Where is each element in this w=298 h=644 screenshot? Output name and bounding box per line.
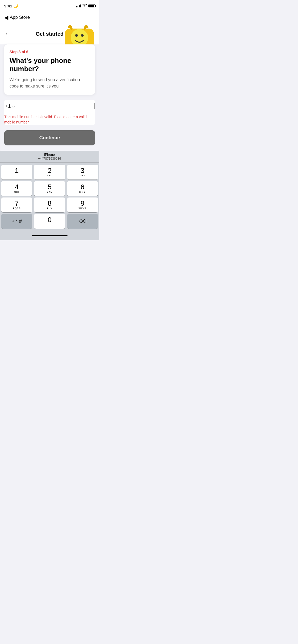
svg-point-3 <box>75 34 78 37</box>
page-title: Get started <box>36 31 64 37</box>
key-8[interactable]: 8 TUV <box>34 197 65 212</box>
back-label: App Store <box>10 15 30 20</box>
delete-icon: ⌫ <box>78 218 87 225</box>
key-4[interactable]: 4 GHI <box>1 181 32 196</box>
key-2[interactable]: 2 ABC <box>34 165 65 180</box>
suggestion-item[interactable]: iPhone +447871936536 <box>1 151 98 162</box>
phone-input-section: +1 ⌵ This mobile number is invalid. Plea… <box>4 100 95 125</box>
svg-point-4 <box>81 34 84 37</box>
key-9[interactable]: 9 WXYZ <box>67 197 98 212</box>
continue-button[interactable]: Continue <box>4 130 95 145</box>
signal-icon <box>76 4 81 7</box>
key-1[interactable]: 1 <box>1 165 32 180</box>
key-0[interactable]: 0 <box>34 214 65 229</box>
key-5[interactable]: 5 JKL <box>34 181 65 196</box>
suggestion-title: iPhone <box>44 153 55 157</box>
key-3[interactable]: 3 DEF <box>67 165 98 180</box>
card-description: We're going to send you a verification c… <box>10 77 90 89</box>
error-message: This mobile number is invalid. Please en… <box>4 114 95 125</box>
numpad: 1 2 ABC 3 DEF 4 GHI 5 JKL 6 <box>0 163 99 231</box>
key-row-3: 7 PQRS 8 TUV 9 WXYZ <box>1 197 98 212</box>
nav-bar: ◀ App Store <box>0 12 99 23</box>
phone-number-input[interactable] <box>17 103 94 109</box>
chevron-down-icon: ⌵ <box>12 104 15 108</box>
country-code-button[interactable]: +1 ⌵ <box>4 103 17 109</box>
moon-icon: 🌙 <box>13 3 18 8</box>
time-display: 9:41 <box>4 4 12 8</box>
phone-row: +1 ⌵ <box>4 100 95 112</box>
app-store-back-button[interactable]: ◀ App Store <box>4 14 30 21</box>
key-6[interactable]: 6 MNO <box>67 181 98 196</box>
header-area: ← Get started <box>0 23 99 44</box>
header-back-button[interactable]: ← <box>4 30 11 38</box>
status-icons <box>76 4 95 8</box>
status-bar: 9:41 🌙 <box>0 0 99 12</box>
home-bar <box>32 235 67 236</box>
country-code-label: +1 <box>5 103 11 109</box>
key-delete[interactable]: ⌫ <box>67 214 98 229</box>
key-7[interactable]: 7 PQRS <box>1 197 32 212</box>
key-special[interactable]: + * # <box>1 214 32 229</box>
step-label: Step 3 of 6 <box>10 50 90 54</box>
keyboard-area: iPhone +447871936536 1 2 ABC 3 DEF 4 <box>0 151 99 231</box>
back-icon: ← <box>4 30 11 37</box>
key-row-1: 1 2 ABC 3 DEF <box>1 165 98 180</box>
cursor <box>94 103 95 109</box>
key-row-4: + * # 0 ⌫ <box>1 214 98 229</box>
battery-icon <box>88 4 95 7</box>
key-row-2: 4 GHI 5 JKL 6 MNO <box>1 181 98 196</box>
home-indicator <box>0 231 99 240</box>
wifi-icon <box>83 4 87 8</box>
keyboard-suggestion-bar: iPhone +447871936536 <box>0 151 99 163</box>
card-title: What's your phone number? <box>10 57 90 73</box>
info-card: Step 3 of 6 What's your phone number? We… <box>4 44 95 95</box>
suggestion-subtitle: +447871936536 <box>38 157 61 160</box>
status-time: 9:41 🌙 <box>4 3 18 8</box>
back-arrow-icon: ◀ <box>4 14 8 21</box>
